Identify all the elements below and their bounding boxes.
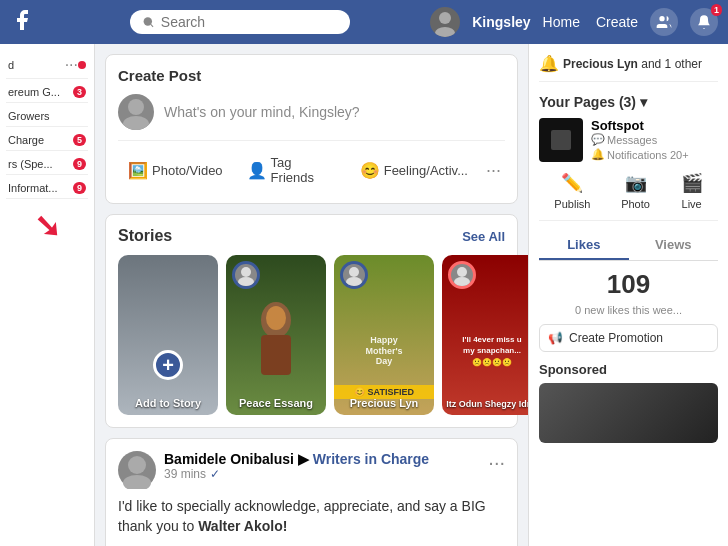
notif-text: Precious Lyn and 1 other	[563, 57, 702, 71]
svg-point-11	[349, 267, 359, 277]
stories-row: + Add to Story Peace Ess	[118, 255, 505, 415]
page-name[interactable]: Softspot	[591, 118, 718, 133]
tabs-row: Likes Views	[539, 231, 718, 261]
page-actions-row: ✏️ Publish 📷 Photo 🎬 Live	[539, 172, 718, 221]
page-card: Softspot 💬 Messages 🔔 Notifications 20+	[539, 118, 718, 162]
feed: Create Post What's on your mind, Kingsle…	[95, 44, 528, 546]
add-story-plus-icon: +	[153, 350, 183, 380]
story-peace-essang[interactable]: Peace Essang	[226, 255, 326, 415]
svg-point-4	[128, 99, 144, 115]
sidebar-item-2[interactable]: Growers	[6, 106, 88, 127]
sponsored-title: Sponsored	[539, 362, 718, 377]
svg-rect-17	[551, 130, 571, 150]
feeling-btn[interactable]: 😊 Feeling/Activ...	[350, 155, 478, 186]
nav-create[interactable]: Create	[596, 14, 638, 30]
publish-label: Publish	[554, 198, 590, 210]
likes-subtitle: 0 new likes this wee...	[539, 304, 718, 316]
svg-rect-9	[261, 335, 291, 375]
peace-label: Peace Essang	[226, 397, 326, 409]
tag-friends-label: Tag Friends	[271, 155, 336, 185]
photo-action[interactable]: 📷 Photo	[621, 172, 650, 210]
nav-username: Kingsley	[472, 14, 530, 30]
search-input[interactable]	[161, 14, 338, 30]
page-messages[interactable]: 💬 Messages	[591, 133, 718, 146]
precious-label: Precious Lyn	[334, 397, 434, 409]
sidebar-badge-5: 9	[73, 182, 86, 194]
stories-header: Stories See All	[118, 227, 505, 245]
svg-point-12	[346, 277, 362, 286]
search-icon	[142, 15, 155, 29]
sidebar-badge-3: 5	[73, 134, 86, 146]
photo-label: Photo	[621, 198, 650, 210]
search-bar[interactable]	[130, 10, 350, 34]
see-all-stories[interactable]: See All	[462, 229, 505, 244]
sidebar-badge-1: 3	[73, 86, 86, 98]
sidebar-item-1[interactable]: ereum G... 3	[6, 82, 88, 103]
peace-avatar	[232, 261, 260, 289]
your-pages-title[interactable]: Your Pages (3) ▾	[539, 94, 718, 110]
left-sidebar: d ··· ereum G... 3 Growers Charge 5 rs (…	[0, 44, 95, 546]
itz-odun-label: Itz Odun Shegzy Idris	[442, 399, 528, 409]
post-placeholder[interactable]: What's on your mind, Kingsley?	[164, 104, 360, 120]
page-info: Softspot 💬 Messages 🔔 Notifications 20+	[591, 118, 718, 161]
svg-point-14	[454, 277, 470, 286]
main-layout: d ··· ereum G... 3 Growers Charge 5 rs (…	[0, 44, 728, 546]
photo-video-icon: 🖼️	[128, 161, 148, 180]
create-post-input-row: What's on your mind, Kingsley?	[118, 94, 505, 141]
publish-action[interactable]: ✏️ Publish	[554, 172, 590, 210]
right-sidebar: 🔔 Precious Lyn and 1 other Your Pages (3…	[528, 44, 728, 546]
svg-point-3	[659, 16, 664, 21]
create-promotion-btn[interactable]: 📢 Create Promotion	[539, 324, 718, 352]
add-story-label: Add to Story	[118, 397, 218, 409]
svg-point-5	[123, 116, 149, 130]
nav-avatar[interactable]	[430, 7, 460, 37]
live-action[interactable]: 🎬 Live	[681, 172, 703, 210]
nav-logo	[10, 8, 50, 36]
notification-icon-btn[interactable]: 1	[690, 8, 718, 36]
post-more-btn[interactable]: ···	[488, 451, 505, 474]
svg-point-15	[128, 456, 146, 474]
publish-icon: ✏️	[561, 172, 583, 194]
feeling-icon: 😊	[360, 161, 380, 180]
page-thumbnail	[539, 118, 583, 162]
story-precious-lyn[interactable]: HappyMother'sDay 😊 SATISFIED Precious Ly…	[334, 255, 434, 415]
sidebar-item-5[interactable]: Informat... 9	[6, 178, 88, 199]
post-user-avatar	[118, 451, 156, 489]
notification-badge: 1	[711, 4, 722, 16]
sidebar-item-0[interactable]: d ···	[6, 52, 88, 79]
tab-views[interactable]: Views	[629, 231, 719, 260]
story-itz-odun[interactable]: I'll 4ever miss umy snapchan...🙁🙁🙁🙁 Itz …	[442, 255, 528, 415]
likes-count: 109	[539, 269, 718, 300]
nav-links: Home Create	[543, 14, 638, 30]
svg-point-0	[144, 17, 152, 25]
feeling-label: Feeling/Activ...	[384, 163, 468, 178]
post-actions-more[interactable]: ···	[482, 160, 505, 181]
photo-video-btn[interactable]: 🖼️ Photo/Video	[118, 155, 233, 186]
svg-point-13	[457, 267, 467, 277]
tab-likes[interactable]: Likes	[539, 231, 629, 260]
stories-section: Stories See All + Add to Story	[105, 214, 518, 428]
svg-point-6	[241, 267, 251, 277]
live-icon: 🎬	[681, 172, 703, 194]
tag-friends-btn[interactable]: 👤 Tag Friends	[237, 149, 346, 191]
page-notifications[interactable]: 🔔 Notifications 20+	[591, 148, 718, 161]
svg-point-1	[439, 12, 451, 24]
svg-point-16	[123, 475, 151, 489]
create-post-card: Create Post What's on your mind, Kingsle…	[105, 54, 518, 204]
post-text: I'd like to specially acknowledge, appre…	[118, 497, 505, 546]
sidebar-more-0[interactable]: ···	[65, 56, 78, 74]
precious-avatar	[340, 261, 368, 289]
create-post-title: Create Post	[118, 67, 505, 84]
megaphone-icon: 📢	[548, 331, 563, 345]
sidebar-item-4[interactable]: rs (Spe... 9	[6, 154, 88, 175]
people-icon-btn[interactable]	[650, 8, 678, 36]
notification-bar: 🔔 Precious Lyn and 1 other	[539, 54, 718, 82]
add-story-card[interactable]: + Add to Story	[118, 255, 218, 415]
sidebar-badge-4: 9	[73, 158, 86, 170]
itz-odun-avatar	[448, 261, 476, 289]
post-card: Bamidele Onibalusi ▶ Writers in Charge 3…	[105, 438, 518, 546]
nav-home[interactable]: Home	[543, 14, 580, 30]
stories-title: Stories	[118, 227, 172, 245]
sidebar-item-3[interactable]: Charge 5	[6, 130, 88, 151]
tag-friends-icon: 👤	[247, 161, 267, 180]
